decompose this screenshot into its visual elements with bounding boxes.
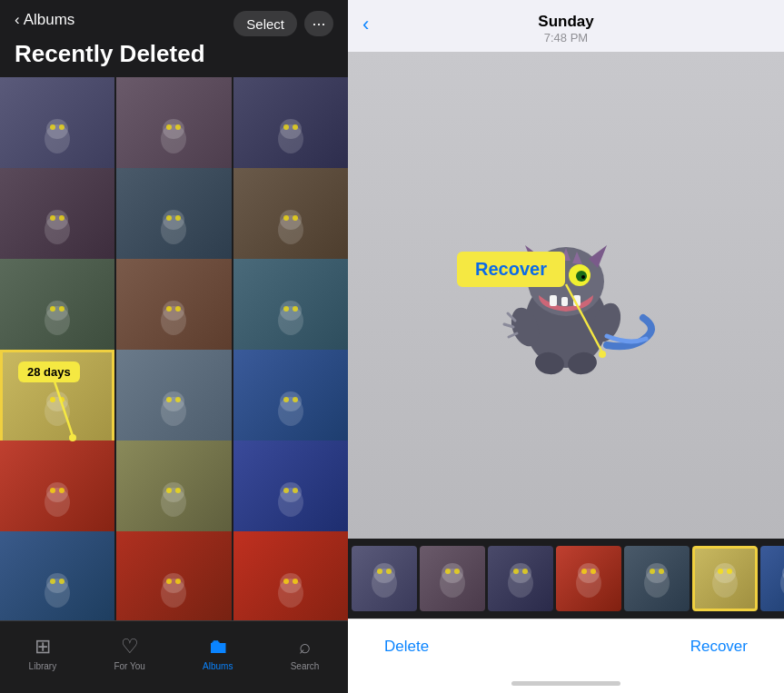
select-button[interactable]: Select — [233, 11, 297, 36]
svg-point-110 — [581, 569, 587, 574]
for-you-icon: ♡ — [121, 635, 139, 658]
more-button[interactable]: ··· — [304, 11, 333, 36]
strip-cell[interactable] — [624, 546, 690, 611]
svg-point-57 — [280, 482, 302, 502]
svg-point-97 — [373, 563, 395, 583]
photo-grid: 28 days 28 days 28 days 28 days 28 days — [0, 77, 348, 620]
svg-point-30 — [166, 306, 172, 312]
svg-point-26 — [50, 306, 55, 312]
nav-item-albums[interactable]: 🖿Albums — [203, 635, 233, 671]
svg-point-58 — [283, 488, 289, 493]
svg-point-51 — [59, 488, 65, 493]
svg-point-99 — [386, 569, 392, 574]
nav-label-for-you: For You — [114, 661, 144, 671]
svg-point-59 — [293, 488, 298, 493]
strip-cell[interactable] — [352, 546, 417, 611]
svg-point-55 — [175, 488, 181, 493]
svg-point-102 — [445, 569, 451, 574]
svg-point-62 — [50, 579, 55, 584]
svg-rect-82 — [550, 295, 557, 306]
svg-point-54 — [166, 488, 172, 493]
main-photo-svg — [475, 204, 657, 386]
header-actions: Select ··· — [233, 11, 333, 36]
svg-point-80 — [554, 275, 558, 279]
strip-cell[interactable] — [556, 546, 621, 611]
home-bar — [511, 681, 620, 686]
svg-point-5 — [163, 119, 184, 139]
svg-point-106 — [513, 569, 519, 574]
svg-point-21 — [280, 210, 302, 230]
svg-point-117 — [714, 563, 736, 583]
nav-item-for-you[interactable]: ♡For You — [114, 635, 144, 671]
right-header: ‹ Sunday 7:48 PM — [348, 0, 784, 52]
back-button[interactable]: ‹ Albums — [15, 11, 74, 29]
svg-point-39 — [59, 397, 65, 402]
svg-point-50 — [50, 488, 55, 493]
recover-button[interactable]: Recover — [690, 638, 748, 656]
nav-item-library[interactable]: ⊞Library — [29, 635, 57, 671]
strip-cell[interactable] — [760, 546, 784, 611]
svg-rect-84 — [573, 295, 581, 306]
photo-cell[interactable]: 28 days — [116, 531, 231, 620]
svg-point-37 — [46, 391, 68, 411]
svg-point-61 — [46, 573, 68, 593]
svg-point-53 — [163, 482, 184, 502]
left-panel: ‹ Albums Select ··· Recently Deleted 28 … — [0, 0, 348, 693]
svg-point-71 — [293, 579, 298, 584]
home-indicator — [348, 673, 784, 693]
svg-point-3 — [59, 124, 65, 130]
nav-label-library: Library — [29, 661, 57, 671]
nav-label-search: Search — [291, 661, 320, 671]
action-bar: Delete Recover — [348, 619, 784, 673]
chevron-left-icon: ‹ — [15, 11, 20, 29]
svg-point-69 — [280, 573, 302, 593]
svg-point-113 — [646, 563, 668, 583]
svg-point-35 — [293, 306, 298, 312]
photo-thumbnail — [0, 531, 114, 620]
strip-cell[interactable] — [488, 546, 553, 611]
svg-point-7 — [175, 124, 181, 130]
svg-point-115 — [659, 569, 664, 574]
svg-point-10 — [283, 124, 289, 130]
search-icon: ⌕ — [299, 635, 311, 658]
photo-cell[interactable]: 28 days — [0, 531, 114, 620]
bottom-nav: ⊞Library♡For You🖿Albums⌕Search — [0, 620, 348, 693]
right-back-button[interactable]: ‹ — [362, 13, 369, 36]
svg-point-6 — [166, 124, 172, 130]
svg-point-23 — [293, 215, 298, 221]
svg-point-98 — [377, 569, 382, 574]
svg-rect-83 — [561, 297, 568, 306]
photo-thumbnail — [116, 531, 231, 620]
svg-point-22 — [283, 215, 289, 221]
strip-cell[interactable] — [420, 546, 485, 611]
svg-point-2 — [50, 124, 55, 130]
svg-point-25 — [46, 301, 68, 321]
svg-point-14 — [50, 215, 55, 221]
svg-point-109 — [578, 563, 600, 583]
svg-point-79 — [576, 271, 587, 282]
right-panel: ‹ Sunday 7:48 PM — [348, 0, 784, 693]
nav-label-albums: Albums — [203, 661, 233, 671]
main-photo-bg — [348, 52, 784, 539]
svg-point-15 — [59, 215, 65, 221]
svg-point-103 — [454, 569, 460, 574]
svg-point-38 — [50, 397, 55, 402]
svg-point-105 — [510, 563, 531, 583]
svg-point-101 — [442, 563, 463, 583]
svg-point-13 — [46, 210, 68, 230]
svg-point-49 — [46, 482, 68, 502]
svg-point-66 — [166, 579, 172, 584]
delete-button[interactable]: Delete — [384, 638, 429, 656]
svg-point-42 — [166, 397, 172, 402]
svg-point-33 — [280, 301, 302, 321]
photo-cell[interactable]: 28 days — [233, 531, 348, 620]
svg-point-119 — [727, 569, 732, 574]
main-photo-area: Recover — [348, 52, 784, 539]
nav-item-search[interactable]: ⌕Search — [291, 635, 320, 671]
strip-cell[interactable] — [692, 546, 758, 611]
svg-point-18 — [166, 215, 172, 221]
svg-point-78 — [549, 271, 560, 282]
page-title: Recently Deleted — [0, 36, 348, 77]
svg-point-1 — [46, 119, 68, 139]
svg-point-107 — [522, 569, 528, 574]
